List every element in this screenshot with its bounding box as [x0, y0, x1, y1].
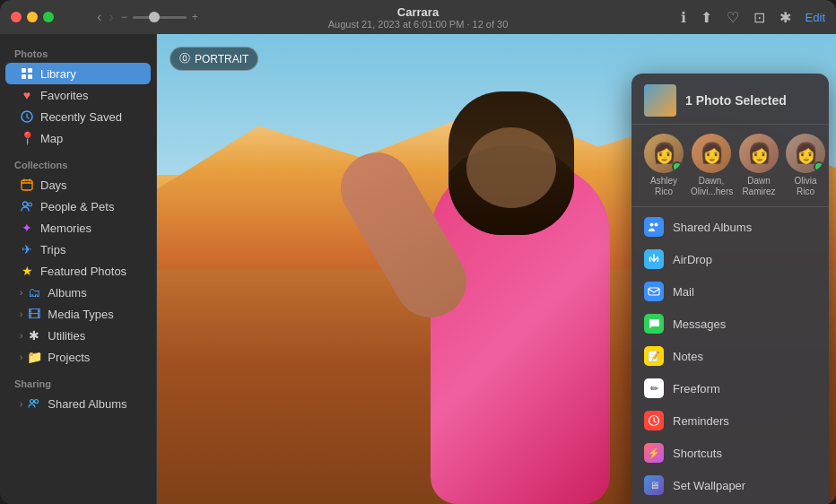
sidebar-item-map[interactable]: 📍 Map	[5, 127, 151, 149]
featured-photos-label: Featured Photos	[40, 265, 126, 278]
library-label: Library	[40, 67, 76, 81]
days-icon	[20, 178, 34, 192]
reminders-menu-label: Reminders	[673, 414, 729, 428]
menu-item-shared-albums[interactable]: Shared Albums	[631, 211, 829, 243]
svg-point-8	[30, 400, 34, 404]
memories-icon: ✦	[20, 221, 34, 235]
svg-rect-5	[22, 180, 32, 190]
info-icon[interactable]: ℹ	[681, 9, 686, 26]
minimize-button[interactable]	[27, 12, 38, 22]
window-subtitle: August 21, 2023 at 6:01:00 PM · 12 of 30	[328, 19, 509, 30]
sidebar-item-people-pets[interactable]: People & Pets	[5, 196, 151, 217]
maximize-button[interactable]	[43, 12, 54, 22]
svg-point-9	[35, 400, 39, 404]
sidebar-item-media-types[interactable]: › 🎞 Media Types	[5, 303, 151, 325]
avatar-dawn-ramirez: 👩	[739, 134, 779, 173]
forward-button[interactable]: ›	[109, 9, 113, 25]
media-types-icon: 🎞	[27, 307, 41, 321]
avatar-olivia-rico: 👩	[786, 134, 825, 173]
trips-label: Trips	[40, 243, 65, 256]
portrait-badge-text: PORTRAIT	[195, 53, 248, 65]
back-button[interactable]: ‹	[97, 9, 101, 25]
featured-photos-icon: ★	[20, 264, 34, 278]
svg-rect-0	[22, 68, 26, 73]
menu-item-messages[interactable]: Messages	[631, 308, 829, 340]
media-types-label: Media Types	[48, 308, 113, 321]
nav-controls: ‹ › − +	[97, 9, 198, 25]
menu-item-reminders[interactable]: Reminders	[631, 404, 829, 437]
sidebar-item-library[interactable]: Library	[5, 63, 151, 84]
sidebar-item-trips[interactable]: ✈ Trips	[5, 239, 151, 260]
main-content: Photos Library ♥ Favorites	[0, 34, 836, 504]
utilities-icon: ✱	[27, 328, 41, 343]
contact-name-dawn-olivia: Dawn,Olivi...hers	[691, 176, 732, 197]
people-pets-icon	[20, 199, 34, 213]
library-icon	[20, 66, 34, 81]
sidebar: Photos Library ♥ Favorites	[0, 34, 157, 504]
svg-point-6	[23, 202, 28, 206]
albums-icon: 🗂	[27, 285, 41, 300]
sidebar-item-favorites[interactable]: ♥ Favorites	[5, 84, 151, 106]
menu-item-notes[interactable]: 📝 Notes	[631, 340, 829, 372]
share-panel: 1 Photo Selected 👩 AshleyRico 👩	[631, 74, 829, 504]
recently-saved-label: Recently Saved	[40, 110, 122, 124]
contact-olivia-rico[interactable]: 👩 Olivia Rico	[786, 134, 825, 197]
contact-ashley-rico[interactable]: 👩 AshleyRico	[644, 134, 684, 197]
utilities-label: Utilities	[48, 329, 85, 343]
sidebar-item-projects[interactable]: › 📁 Projects	[5, 346, 151, 368]
menu-item-airdrop[interactable]: AirDrop	[631, 243, 829, 275]
favorites-label: Favorites	[40, 89, 88, 102]
menu-item-freeform[interactable]: ✏ Freeform	[631, 372, 829, 404]
contact-dawn-olivia[interactable]: 👩 Dawn,Olivi...hers	[691, 134, 732, 197]
menu-item-set-wallpaper[interactable]: 🖥 Set Wallpaper	[631, 469, 829, 501]
zoom-thumb[interactable]	[149, 12, 160, 22]
shared-albums-label: Shared Albums	[48, 397, 126, 411]
contact-dawn-ramirez[interactable]: 👩 DawnRamirez	[739, 134, 779, 197]
sidebar-item-memories[interactable]: ✦ Memories	[5, 217, 151, 239]
freeform-menu-label: Freeform	[673, 382, 720, 395]
airdrop-menu-label: AirDrop	[673, 253, 712, 266]
projects-label: Projects	[48, 351, 90, 364]
zoom-minus-icon[interactable]: −	[121, 11, 127, 23]
sidebar-item-recently-saved[interactable]: Recently Saved	[5, 106, 151, 127]
set-wallpaper-menu-label: Set Wallpaper	[673, 479, 745, 492]
sidebar-item-days[interactable]: Days	[5, 174, 151, 196]
menu-item-shortcuts[interactable]: ⚡ Shortcuts	[631, 437, 829, 469]
people-pets-label: People & Pets	[40, 200, 114, 213]
crop-icon[interactable]: ⊡	[753, 9, 765, 26]
avatar-ashley: 👩	[644, 134, 684, 173]
avatar-dawn-olivia: 👩	[692, 134, 731, 173]
svg-point-11	[655, 223, 658, 227]
photo-area[interactable]: ⓪ PORTRAIT	[157, 34, 836, 504]
edit-button[interactable]: Edit	[806, 11, 825, 24]
favorite-icon[interactable]: ♡	[727, 9, 739, 26]
wallpaper-icon: 🖥	[644, 475, 664, 495]
notes-icon: 📝	[644, 346, 664, 366]
svg-rect-1	[28, 68, 32, 73]
zoom-plus-icon[interactable]: +	[192, 11, 198, 23]
sidebar-item-albums[interactable]: › 🗂 Albums	[5, 282, 151, 303]
shared-albums-menu-label: Shared Albums	[673, 221, 752, 234]
notes-menu-label: Notes	[673, 350, 703, 363]
titlebar-toolbar: ℹ ⬆ ♡ ⊡ ✱ Edit	[681, 9, 825, 26]
recently-saved-icon	[20, 109, 34, 124]
sidebar-item-utilities[interactable]: › ✱ Utilities	[5, 325, 151, 346]
contact-name-olivia: Olivia Rico	[786, 176, 825, 197]
shortcuts-menu-label: Shortcuts	[673, 447, 722, 460]
menu-item-mail[interactable]: Mail	[631, 275, 829, 308]
portrait-badge[interactable]: ⓪ PORTRAIT	[170, 47, 258, 71]
collections-section-label: Collections	[0, 152, 156, 174]
contact-name-dawn-ramirez: DawnRamirez	[742, 176, 775, 197]
close-button[interactable]	[11, 12, 22, 22]
svg-rect-2	[22, 74, 26, 79]
svg-rect-3	[28, 74, 32, 79]
sidebar-item-featured-photos[interactable]: ★ Featured Photos	[5, 260, 151, 282]
window-title: Carrara	[328, 5, 509, 19]
zoom-track[interactable]	[133, 16, 187, 19]
share-thumbnail	[644, 84, 676, 117]
share-icon[interactable]: ⬆	[701, 9, 712, 26]
days-label: Days	[40, 178, 67, 192]
sidebar-item-shared-albums[interactable]: › Shared Albums	[5, 393, 151, 414]
adjust-icon[interactable]: ✱	[779, 9, 791, 26]
shortcuts-icon: ⚡	[644, 443, 664, 463]
